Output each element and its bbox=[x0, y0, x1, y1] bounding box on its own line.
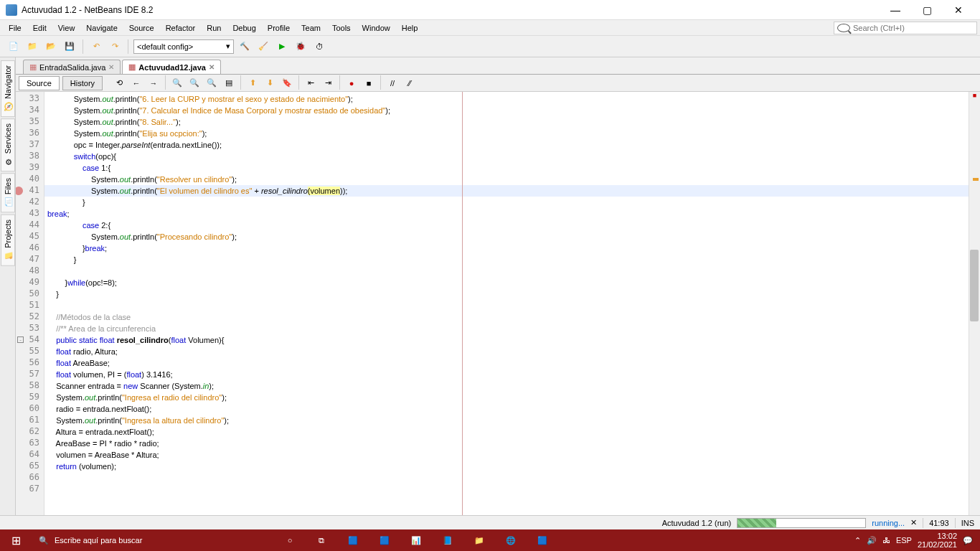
menu-view[interactable]: View bbox=[52, 22, 81, 34]
menu-edit[interactable]: Edit bbox=[27, 22, 52, 34]
warning-marker[interactable] bbox=[973, 178, 979, 181]
history-tab[interactable]: History bbox=[62, 76, 103, 90]
navigator-tab[interactable]: 🧭Navigator bbox=[1, 60, 15, 117]
tab-actuvudad12[interactable]: ▦ Actuvudad12.java ✕ bbox=[122, 60, 221, 74]
code-content[interactable]: System.out.println("6. Leer la CURP y mo… bbox=[44, 92, 969, 515]
status-running[interactable]: running... bbox=[872, 519, 905, 527]
new-project-button[interactable]: 📁 bbox=[24, 39, 40, 55]
netbeans-icon[interactable]: 🟦 bbox=[528, 529, 557, 551]
edge-icon[interactable]: 🌐 bbox=[496, 529, 525, 551]
tray-chevron-icon[interactable]: ⌃ bbox=[854, 536, 861, 545]
macro-stop-button[interactable]: ■ bbox=[361, 75, 377, 91]
profile-button[interactable]: ⏱ bbox=[311, 39, 327, 55]
separator bbox=[83, 39, 83, 54]
uncomment-button[interactable]: ⁄⁄ bbox=[402, 75, 418, 91]
find-prev-button[interactable]: 🔍 bbox=[187, 75, 202, 91]
taskbar: ⊞ 🔍 Escribe aquí para buscar ○ ⧉ 🟦 🟦 📊 📘… bbox=[0, 529, 980, 551]
taskbar-search-placeholder: Escribe aquí para buscar bbox=[55, 536, 142, 545]
tab-label: EntradaSalida.java bbox=[39, 63, 105, 72]
maximize-button[interactable]: ▢ bbox=[911, 0, 943, 20]
search-input[interactable] bbox=[853, 24, 974, 32]
menu-help[interactable]: Help bbox=[396, 22, 424, 34]
navigator-icon: 🧭 bbox=[3, 102, 13, 112]
cursor-position: 41:93 bbox=[929, 519, 949, 527]
error-marker[interactable]: ■ bbox=[969, 92, 980, 100]
vertical-scrollbar[interactable]: ■ bbox=[969, 92, 980, 515]
open-button[interactable]: 📂 bbox=[43, 39, 59, 55]
code-editor[interactable]: 3334353637383940414243444546474849505152… bbox=[16, 92, 980, 515]
files-icon: 📄 bbox=[3, 198, 13, 208]
find-selection-button[interactable]: 🔍 bbox=[169, 75, 185, 91]
macro-record-button[interactable]: ● bbox=[344, 75, 359, 91]
run-button[interactable]: ▶ bbox=[274, 39, 290, 55]
menu-window[interactable]: Window bbox=[357, 22, 396, 34]
app-icon[interactable]: 🟦 bbox=[339, 529, 367, 551]
cortana-icon[interactable]: ○ bbox=[275, 529, 304, 551]
shift-left-button[interactable]: ⇤ bbox=[303, 75, 319, 91]
scroll-thumb[interactable] bbox=[970, 250, 979, 321]
redo-button[interactable]: ↷ bbox=[107, 39, 123, 55]
undo-button[interactable]: ↶ bbox=[88, 39, 104, 55]
tab-entradasalida[interactable]: ▦ EntradaSalida.java ✕ bbox=[23, 60, 121, 74]
back-button[interactable]: ← bbox=[128, 75, 144, 91]
menu-debug[interactable]: Debug bbox=[227, 22, 261, 34]
close-icon[interactable]: ✕ bbox=[108, 63, 114, 71]
app-icon[interactable]: 🟦 bbox=[370, 529, 399, 551]
shift-right-button[interactable]: ⇥ bbox=[320, 75, 336, 91]
sidebar: 🧭Navigator ⚙Services 📄Files 📁Projects bbox=[0, 57, 16, 515]
notifications-icon[interactable]: 💬 bbox=[963, 536, 973, 545]
save-all-button[interactable]: 💾 bbox=[62, 39, 77, 55]
menu-profile[interactable]: Profile bbox=[262, 22, 296, 34]
new-file-button[interactable]: 📄 bbox=[6, 39, 22, 55]
source-tab[interactable]: Source bbox=[19, 76, 60, 90]
debug-button[interactable]: 🐞 bbox=[293, 39, 308, 55]
file-tabs: ▦ EntradaSalida.java ✕ ▦ Actuvudad12.jav… bbox=[16, 57, 980, 75]
config-select[interactable]: <default config>▾ bbox=[133, 39, 234, 54]
start-button[interactable]: ⊞ bbox=[0, 529, 32, 551]
services-tab[interactable]: ⚙Services bbox=[1, 118, 15, 171]
toggle-bookmark-button[interactable]: 🔖 bbox=[279, 75, 295, 91]
prev-bookmark-button[interactable]: ⬆ bbox=[245, 75, 260, 91]
explorer-icon[interactable]: 📁 bbox=[465, 529, 494, 551]
main-toolbar: 📄 📁 📂 💾 ↶ ↷ <default config>▾ 🔨 🧹 ▶ 🐞 ⏱ bbox=[0, 36, 980, 57]
volume-icon[interactable]: 🔊 bbox=[867, 536, 877, 545]
status-project: Actuvudad 1.2 (run) bbox=[662, 519, 732, 527]
separator bbox=[128, 39, 128, 54]
minimize-button[interactable]: — bbox=[880, 0, 911, 20]
last-edit-button[interactable]: ⟲ bbox=[111, 75, 127, 91]
menu-file[interactable]: File bbox=[3, 22, 27, 34]
menu-navigate[interactable]: Navigate bbox=[80, 22, 123, 34]
build-button[interactable]: 🔨 bbox=[237, 39, 253, 55]
projects-tab[interactable]: 📁Projects bbox=[1, 215, 15, 266]
word-icon[interactable]: 📘 bbox=[433, 529, 462, 551]
close-button[interactable]: ✕ bbox=[943, 0, 974, 20]
titlebar: Actuvudad 1.2 - NetBeans IDE 8.2 — ▢ ✕ bbox=[0, 0, 980, 20]
editor-toolbar: ⟲ ← → 🔍 🔍 🔍 ▤ ⬆ ⬇ 🔖 ⇤ ⇥ ● ■ // bbox=[111, 75, 418, 91]
tab-label: Actuvudad12.java bbox=[138, 63, 206, 72]
search-icon: 🔍 bbox=[39, 536, 49, 545]
menu-refactor[interactable]: Refactor bbox=[160, 22, 202, 34]
java-icon: ▦ bbox=[29, 62, 37, 72]
find-next-button[interactable]: 🔍 bbox=[204, 75, 220, 91]
menu-run[interactable]: Run bbox=[201, 22, 227, 34]
projects-icon: 📁 bbox=[3, 250, 13, 260]
app-icon[interactable]: 📊 bbox=[402, 529, 430, 551]
taskview-icon[interactable]: ⧉ bbox=[307, 529, 336, 551]
network-icon[interactable]: 🖧 bbox=[882, 536, 890, 545]
menu-tools[interactable]: Tools bbox=[326, 22, 357, 34]
stop-icon[interactable]: ✕ bbox=[910, 518, 917, 527]
next-bookmark-button[interactable]: ⬇ bbox=[262, 75, 278, 91]
language-indicator[interactable]: ESP bbox=[896, 536, 912, 545]
forward-button[interactable]: → bbox=[146, 75, 161, 91]
toggle-highlight-button[interactable]: ▤ bbox=[221, 75, 237, 91]
quick-search[interactable] bbox=[834, 22, 977, 34]
menu-source[interactable]: Source bbox=[123, 22, 160, 34]
files-tab[interactable]: 📄Files bbox=[1, 173, 15, 212]
clock[interactable]: 13:02 21/02/2021 bbox=[918, 532, 957, 549]
clean-build-button[interactable]: 🧹 bbox=[255, 39, 271, 55]
search-icon bbox=[837, 24, 850, 32]
menu-team[interactable]: Team bbox=[296, 22, 326, 34]
close-icon[interactable]: ✕ bbox=[209, 63, 215, 71]
comment-button[interactable]: // bbox=[385, 75, 400, 91]
taskbar-search[interactable]: 🔍 Escribe aquí para buscar bbox=[32, 529, 261, 551]
